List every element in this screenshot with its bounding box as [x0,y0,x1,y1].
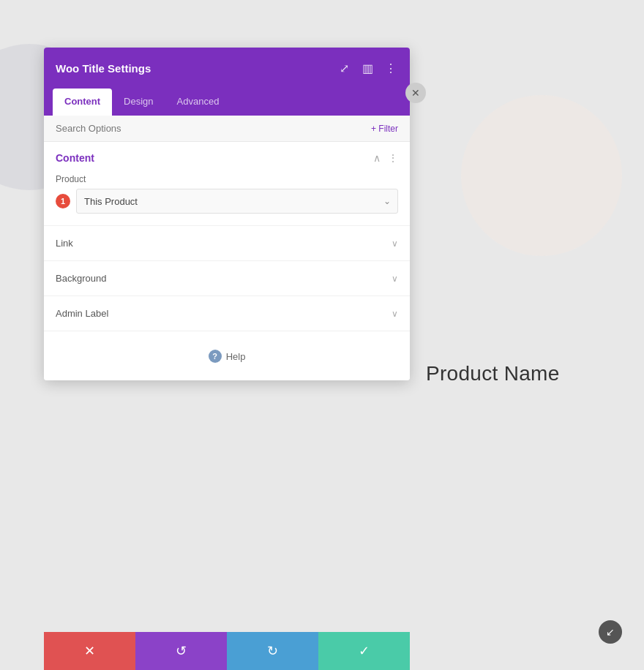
panel-tabs: Content Design Advanced [44,89,410,116]
help-icon: ? [209,350,222,363]
product-field-row: 1 This Product Other Product ⌄ [56,189,398,214]
product-name-canvas: Product Name [426,362,560,385]
accordion-link-label: Link [56,238,73,249]
help-button[interactable]: ? Help [209,350,246,363]
tab-advanced[interactable]: Advanced [165,89,231,116]
save-icon: ✓ [359,643,370,659]
redo-button[interactable]: ↻ [227,632,318,670]
product-select[interactable]: This Product Other Product [76,189,398,214]
filter-button[interactable]: + Filter [371,124,398,134]
more-options-icon[interactable]: ⋮ [383,61,398,75]
accordion-link-header[interactable]: Link ∨ [56,226,398,260]
arrow-bottom-right-button[interactable]: ↙ [599,620,622,644]
badge-number: 1 [56,194,70,208]
section-collapse-icon[interactable]: ∧ [373,152,381,164]
section-title: Content [56,152,94,164]
product-field-label: Product [56,174,398,184]
help-label: Help [226,351,246,362]
section-more-icon[interactable]: ⋮ [388,152,398,164]
action-bar: ✕ ↺ ↻ ✓ [44,632,410,670]
deco-circle-right [461,95,622,256]
accordion-background: Background ∨ [44,260,410,296]
panel-body: Content ∧ ⋮ Product 1 This Product Other… [44,142,410,380]
settings-panel: Woo Title Settings ⤢ ▥ ⋮ Content Design … [44,48,410,380]
accordion-link: Link ∨ [44,225,410,260]
search-bar: + Filter [44,116,410,142]
panel-title: Woo Title Settings [56,62,151,75]
save-button[interactable]: ✓ [318,632,410,670]
accordion-link-chevron: ∨ [392,238,398,249]
panel-outer-close-button[interactable]: ✕ [405,83,426,103]
panel-header-icons: ⤢ ▥ ⋮ [337,61,398,75]
product-select-wrapper: This Product Other Product ⌄ [76,189,398,214]
search-input[interactable] [56,123,371,134]
content-section-header: Content ∧ ⋮ [44,142,410,171]
accordion-admin-label-label: Admin Label [56,308,108,319]
undo-button[interactable]: ↺ [135,632,227,670]
expand-icon[interactable]: ⤢ [337,61,351,75]
redo-icon: ↻ [267,643,278,659]
split-view-icon[interactable]: ▥ [360,61,375,75]
accordion-admin-label-header[interactable]: Admin Label ∨ [56,296,398,331]
accordion-background-header[interactable]: Background ∨ [56,261,398,296]
accordion-admin-label: Admin Label ∨ [44,296,410,331]
cancel-button[interactable]: ✕ [44,632,135,670]
cancel-icon: ✕ [84,643,95,659]
arrow-icon: ↙ [606,626,615,638]
panel-header: Woo Title Settings ⤢ ▥ ⋮ [44,48,410,89]
accordion-background-label: Background [56,273,106,284]
accordion-background-chevron: ∨ [392,274,398,284]
tab-design[interactable]: Design [112,89,165,116]
undo-icon: ↺ [176,643,187,659]
section-header-actions: ∧ ⋮ [373,152,398,164]
tab-content[interactable]: Content [53,89,112,116]
accordion-admin-label-chevron: ∨ [392,309,398,319]
close-icon: ✕ [411,87,420,99]
product-field-group: Product 1 This Product Other Product ⌄ [44,171,410,225]
help-section: ? Help [44,331,410,380]
